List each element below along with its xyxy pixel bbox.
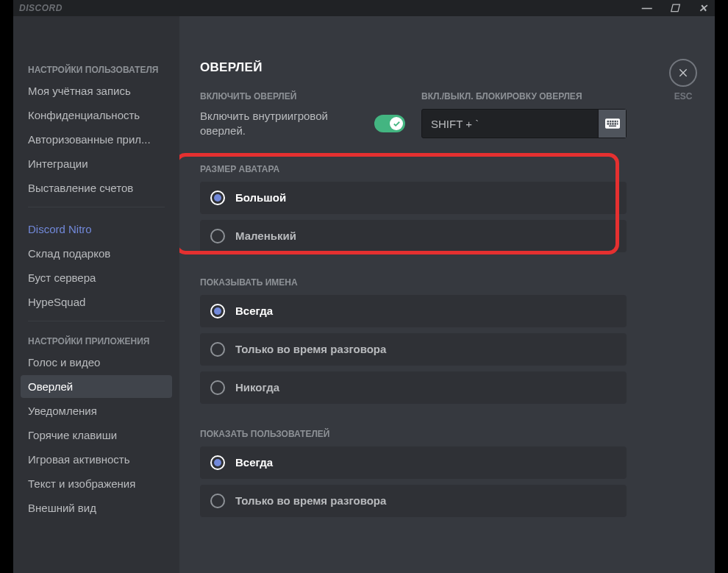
sidebar-separator xyxy=(28,321,165,321)
maximize-button[interactable]: ☐ xyxy=(668,2,682,14)
sidebar-item-server-boost[interactable]: Буст сервера xyxy=(21,266,172,289)
svg-rect-8 xyxy=(612,123,614,125)
enable-overlay-row: Включить внутриигровой оверлей. xyxy=(200,109,405,139)
show-users-option-label: Только во время разговора xyxy=(235,494,386,507)
sidebar-header-user: НАСТРОЙКИ ПОЛЬЗОВАТЕЛЯ xyxy=(21,60,172,79)
sidebar-item-billing[interactable]: Выставление счетов xyxy=(21,177,172,199)
radio-icon xyxy=(210,304,225,318)
avatar-size-section: РАЗМЕР АВАТАРА БольшойМаленький xyxy=(200,164,627,252)
show-users-option[interactable]: Только во время разговора xyxy=(200,485,627,517)
overlay-top-row: ВКЛЮЧИТЬ ОВЕРЛЕЙ Включить внутриигровой … xyxy=(200,91,627,139)
sidebar-header-app: НАСТРОЙКИ ПРИЛОЖЕНИЯ xyxy=(21,332,172,351)
show-names-option-label: Только во время разговора xyxy=(235,343,386,355)
sidebar-item-voice[interactable]: Голос и видео xyxy=(21,351,172,374)
sidebar-item-privacy[interactable]: Конфиденциальность xyxy=(21,104,172,127)
app-body: НАСТРОЙКИ ПОЛЬЗОВАТЕЛЯ Моя учётная запис… xyxy=(13,16,715,573)
radio-icon xyxy=(210,494,225,508)
sidebar-item-account[interactable]: Моя учётная запись xyxy=(21,79,172,102)
show-names-option-label: Никогда xyxy=(235,381,279,394)
check-icon xyxy=(393,120,401,128)
sidebar-item-overlay[interactable]: Оверлей xyxy=(21,375,172,398)
show-users-group: ВсегдаТолько во время разговора xyxy=(200,446,627,517)
settings-content: ОВЕРЛЕЙ ВКЛЮЧИТЬ ОВЕРЛЕЙ Включить внутри… xyxy=(179,16,715,573)
svg-rect-7 xyxy=(609,123,611,125)
show-names-option[interactable]: Только во время разговора xyxy=(200,333,627,366)
show-names-label: ПОКАЗЫВАТЬ ИМЕНА xyxy=(200,277,627,288)
enable-overlay-toggle[interactable] xyxy=(374,115,405,132)
show-names-option[interactable]: Всегда xyxy=(200,295,627,327)
close-settings-button[interactable] xyxy=(669,59,697,87)
toggle-knob xyxy=(390,117,403,130)
svg-rect-5 xyxy=(616,121,618,123)
avatar-size-option-label: Большой xyxy=(235,191,286,204)
avatar-size-label: РАЗМЕР АВАТАРА xyxy=(200,164,627,174)
svg-rect-3 xyxy=(612,121,614,123)
svg-rect-10 xyxy=(616,123,618,125)
avatar-size-option-label: Маленький xyxy=(235,229,296,242)
esc-wrap: ESC xyxy=(669,59,697,102)
svg-rect-9 xyxy=(614,123,616,125)
show-users-option[interactable]: Всегда xyxy=(200,446,627,479)
close-button[interactable]: ✕ xyxy=(696,2,710,14)
sidebar-item-text-images[interactable]: Текст и изображения xyxy=(21,472,172,495)
sidebar-item-keybinds[interactable]: Горячие клавиши xyxy=(21,424,172,446)
titlebar: DISCORD — ☐ ✕ xyxy=(13,0,715,16)
sidebar-item-hypesquad[interactable]: HypeSquad xyxy=(21,291,172,313)
radio-icon xyxy=(210,380,225,395)
svg-rect-4 xyxy=(614,121,616,123)
svg-rect-6 xyxy=(607,123,609,125)
show-names-section: ПОКАЗЫВАТЬ ИМЕНА ВсегдаТолько во время р… xyxy=(200,277,627,404)
sidebar-item-integrations[interactable]: Интеграции xyxy=(21,152,172,175)
avatar-size-group: БольшойМаленький xyxy=(200,182,627,252)
svg-rect-11 xyxy=(609,126,616,127)
show-users-option-label: Всегда xyxy=(235,456,273,469)
sidebar-item-appearance[interactable]: Внешний вид xyxy=(21,497,172,519)
svg-rect-2 xyxy=(609,121,611,123)
enable-overlay-col: ВКЛЮЧИТЬ ОВЕРЛЕЙ Включить внутриигровой … xyxy=(200,91,405,139)
main-area: ОВЕРЛЕЙ ВКЛЮЧИТЬ ОВЕРЛЕЙ Включить внутри… xyxy=(200,60,627,517)
enable-overlay-text: Включить внутриигровой оверлей. xyxy=(200,109,364,139)
radio-icon xyxy=(210,229,225,243)
page-title: ОВЕРЛЕЙ xyxy=(200,60,627,75)
svg-rect-1 xyxy=(607,121,609,123)
sidebar-item-authorized-apps[interactable]: Авторизованные прил... xyxy=(21,128,172,151)
sidebar-item-notifications[interactable]: Уведомления xyxy=(21,399,172,422)
sidebar-item-gift-inventory[interactable]: Склад подарков xyxy=(21,242,172,265)
keybind-value: SHIFT + ` xyxy=(422,110,598,138)
overlay-lock-keybind[interactable]: SHIFT + ` xyxy=(421,109,627,138)
keyboard-icon xyxy=(605,118,620,129)
enable-overlay-label: ВКЛЮЧИТЬ ОВЕРЛЕЙ xyxy=(200,91,405,102)
avatar-size-option[interactable]: Большой xyxy=(200,182,627,214)
sidebar-separator xyxy=(28,207,165,207)
show-names-group: ВсегдаТолько во время разговораНикогда xyxy=(200,295,627,404)
avatar-size-option[interactable]: Маленький xyxy=(200,220,627,252)
close-icon xyxy=(677,67,689,79)
show-users-section: ПОКАЗАТЬ ПОЛЬЗОВАТЕЛЕЙ ВсегдаТолько во в… xyxy=(200,429,627,517)
radio-icon xyxy=(210,191,225,205)
app-title: DISCORD xyxy=(19,3,640,13)
minimize-button[interactable]: — xyxy=(640,2,654,14)
sidebar-item-game-activity[interactable]: Игровая активность xyxy=(21,448,172,471)
show-names-option-label: Всегда xyxy=(235,305,273,317)
esc-label: ESC xyxy=(669,91,697,102)
settings-sidebar: НАСТРОЙКИ ПОЛЬЗОВАТЕЛЯ Моя учётная запис… xyxy=(13,16,179,573)
radio-icon xyxy=(210,342,225,357)
show-names-option[interactable]: Никогда xyxy=(200,371,627,404)
keybind-record-button[interactable] xyxy=(598,110,626,138)
window-controls: — ☐ ✕ xyxy=(640,2,710,14)
app-window: DISCORD — ☐ ✕ НАСТРОЙКИ ПОЛЬЗОВАТЕЛЯ Моя… xyxy=(13,0,715,573)
radio-icon xyxy=(210,455,225,470)
overlay-lock-col: ВКЛ./ВЫКЛ. БЛОКИРОВКУ ОВЕРЛЕЯ SHIFT + ` xyxy=(421,91,627,139)
show-users-label: ПОКАЗАТЬ ПОЛЬЗОВАТЕЛЕЙ xyxy=(200,429,627,439)
overlay-lock-label: ВКЛ./ВЫКЛ. БЛОКИРОВКУ ОВЕРЛЕЯ xyxy=(421,91,627,102)
sidebar-item-nitro[interactable]: Discord Nitro xyxy=(21,218,172,241)
